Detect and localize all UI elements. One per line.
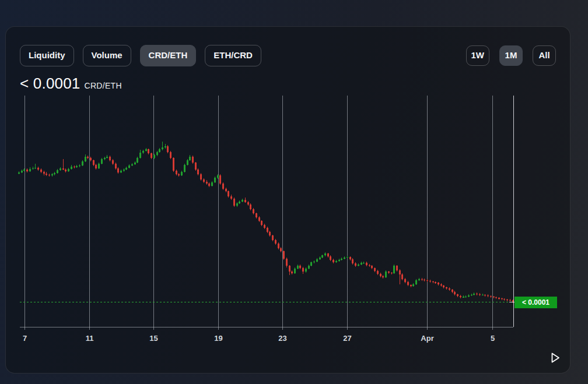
candle-body bbox=[289, 266, 290, 272]
candle-body bbox=[256, 213, 257, 217]
candle-body bbox=[187, 160, 188, 165]
candle-body bbox=[95, 165, 97, 168]
candle-body bbox=[465, 297, 467, 297]
play-icon bbox=[548, 351, 562, 365]
candle-body bbox=[305, 269, 307, 272]
candle-body bbox=[330, 256, 331, 260]
candle-body bbox=[393, 266, 395, 273]
candle-body bbox=[286, 259, 288, 266]
series-button-crd-eth[interactable]: CRD/ETH bbox=[140, 45, 197, 66]
candle-body bbox=[479, 294, 481, 295]
candle-body bbox=[335, 261, 337, 262]
candle-body bbox=[222, 184, 224, 189]
x-axis-label: Apr bbox=[421, 334, 433, 343]
candle-body bbox=[269, 232, 271, 235]
candle-body bbox=[424, 280, 425, 280]
current-price-value: < 0.0001 bbox=[20, 75, 80, 93]
candle-body bbox=[446, 287, 447, 288]
candle-body bbox=[432, 281, 434, 282]
candle-body bbox=[115, 164, 117, 168]
candle-body bbox=[87, 157, 89, 158]
candle-body bbox=[233, 199, 235, 206]
candle-body bbox=[487, 295, 489, 296]
candle-body bbox=[123, 170, 125, 171]
candle-body bbox=[495, 297, 497, 298]
candle-body bbox=[415, 280, 417, 284]
candle-body bbox=[310, 262, 312, 266]
play-button[interactable] bbox=[547, 350, 562, 365]
x-axis-label: 11 bbox=[86, 334, 94, 343]
series-button-volume[interactable]: Volume bbox=[83, 45, 131, 66]
candle-body bbox=[51, 174, 53, 175]
candle-body bbox=[412, 284, 414, 287]
candle-body bbox=[490, 296, 492, 297]
candle-body bbox=[366, 263, 368, 265]
candle-body bbox=[65, 170, 66, 171]
candle-body bbox=[250, 205, 251, 209]
candle-body bbox=[509, 300, 511, 301]
range-button-1w[interactable]: 1W bbox=[466, 45, 490, 66]
candle-body bbox=[360, 263, 362, 265]
candle-body bbox=[401, 274, 403, 279]
candle-body bbox=[217, 175, 219, 178]
chart-card: 71115192327Apr5< 0.0001 LiquidityVolumeC… bbox=[5, 26, 570, 374]
current-price-unit: CRD/ETH bbox=[85, 81, 122, 90]
candle-body bbox=[244, 200, 246, 202]
x-axis-label: 15 bbox=[149, 334, 158, 343]
candle-body bbox=[404, 279, 406, 282]
candle-body bbox=[473, 294, 475, 295]
candle-body bbox=[173, 158, 174, 171]
candle-body bbox=[324, 253, 326, 255]
series-button-eth-crd[interactable]: ETH/CRD bbox=[205, 45, 261, 66]
candle-body bbox=[319, 258, 321, 259]
candle-body bbox=[454, 292, 456, 294]
candle-body bbox=[79, 165, 80, 166]
x-axis-label: 27 bbox=[343, 334, 351, 343]
candle-body bbox=[363, 263, 365, 263]
candle-body bbox=[148, 149, 149, 153]
candle-body bbox=[476, 294, 478, 294]
candle-body bbox=[153, 155, 155, 158]
candle-body bbox=[316, 259, 318, 262]
candle-body bbox=[338, 260, 340, 261]
candle-body bbox=[23, 170, 25, 171]
series-button-liquidity[interactable]: Liquidity bbox=[20, 45, 74, 66]
candle-body bbox=[104, 158, 106, 159]
price-header: < 0.0001 CRD/ETH bbox=[20, 75, 122, 93]
candle-body bbox=[297, 266, 299, 269]
candle-body bbox=[40, 170, 42, 172]
candle-body bbox=[484, 295, 486, 295]
candle-body bbox=[211, 182, 213, 186]
price-tag-label: < 0.0001 bbox=[522, 298, 550, 307]
x-axis-label: 19 bbox=[214, 334, 222, 343]
candle-body bbox=[380, 274, 382, 276]
candle-body bbox=[29, 169, 31, 171]
candle-body bbox=[407, 282, 409, 286]
candle-body bbox=[418, 279, 420, 280]
candle-body bbox=[159, 149, 160, 152]
candle-body bbox=[440, 284, 442, 286]
range-button-all[interactable]: All bbox=[533, 45, 556, 66]
candle-body bbox=[71, 167, 72, 169]
candle-body bbox=[261, 221, 262, 225]
candle-body bbox=[410, 285, 412, 286]
candle-body bbox=[106, 157, 108, 158]
candle-body bbox=[93, 160, 94, 165]
candle-body bbox=[60, 168, 61, 170]
candle-body bbox=[313, 262, 315, 262]
candle-body bbox=[18, 172, 20, 174]
candle-body bbox=[377, 271, 379, 274]
candle-body bbox=[352, 259, 354, 263]
candle-body bbox=[341, 259, 342, 260]
candle-body bbox=[267, 228, 268, 232]
candle-body bbox=[46, 174, 47, 175]
candle-body bbox=[388, 272, 390, 273]
candle-body bbox=[208, 184, 210, 186]
candle-body bbox=[468, 295, 470, 297]
range-button-1m[interactable]: 1M bbox=[499, 45, 523, 66]
candle-body bbox=[26, 170, 28, 171]
candle-body bbox=[493, 297, 495, 297]
candle-body bbox=[258, 217, 260, 221]
candle-body bbox=[225, 189, 227, 191]
candle-body bbox=[358, 265, 359, 266]
